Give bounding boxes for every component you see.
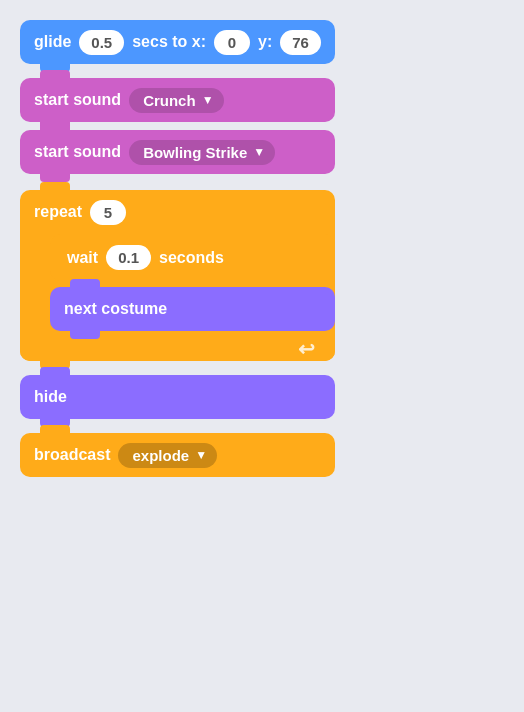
repeat-label: repeat: [34, 203, 82, 221]
glide-block[interactable]: glide 0.5 secs to x: 0 y: 76: [20, 20, 335, 64]
repeat-header: repeat 5: [20, 190, 335, 234]
repeat-block[interactable]: repeat 5 wait 0.1 seconds next costume ↩: [20, 190, 335, 361]
glide-label: glide: [34, 33, 71, 51]
dropdown-arrow-icon-2: ▼: [253, 145, 265, 159]
next-costume-label: next costume: [64, 300, 167, 318]
secs-input[interactable]: 0.5: [79, 30, 124, 55]
repeat-body: wait 0.1 seconds next costume: [50, 234, 335, 337]
loop-arrow-icon: ↩: [298, 337, 315, 361]
x-input[interactable]: 0: [214, 30, 250, 55]
start-sound-bowling-block[interactable]: start sound Bowling Strike ▼: [20, 130, 335, 174]
sound-crunch-dropdown[interactable]: Crunch ▼: [129, 88, 223, 113]
seconds-label: seconds: [159, 249, 224, 267]
y-label: y:: [258, 33, 272, 51]
wait-block[interactable]: wait 0.1 seconds: [50, 234, 335, 281]
start-sound-label-1: start sound: [34, 91, 121, 109]
hide-label: hide: [34, 388, 67, 406]
wait-label: wait: [67, 249, 98, 267]
next-costume-block[interactable]: next costume: [50, 287, 335, 331]
start-sound-label-2: start sound: [34, 143, 121, 161]
dropdown-arrow-icon: ▼: [202, 93, 214, 107]
hide-block[interactable]: hide: [20, 375, 335, 419]
wait-value[interactable]: 0.1: [106, 245, 151, 270]
start-sound-crunch-block[interactable]: start sound Crunch ▼: [20, 78, 335, 122]
repeat-count[interactable]: 5: [90, 200, 126, 225]
broadcast-message-dropdown[interactable]: explode ▼: [118, 443, 217, 468]
broadcast-block[interactable]: broadcast explode ▼: [20, 433, 335, 477]
secs-to-x-label: secs to x:: [132, 33, 206, 51]
scratch-blocks: glide 0.5 secs to x: 0 y: 76 start sound…: [20, 20, 335, 477]
y-input[interactable]: 76: [280, 30, 321, 55]
repeat-footer: ↩: [20, 337, 335, 361]
broadcast-label: broadcast: [34, 446, 110, 464]
sound-bowling-dropdown[interactable]: Bowling Strike ▼: [129, 140, 275, 165]
dropdown-arrow-icon-3: ▼: [195, 448, 207, 462]
